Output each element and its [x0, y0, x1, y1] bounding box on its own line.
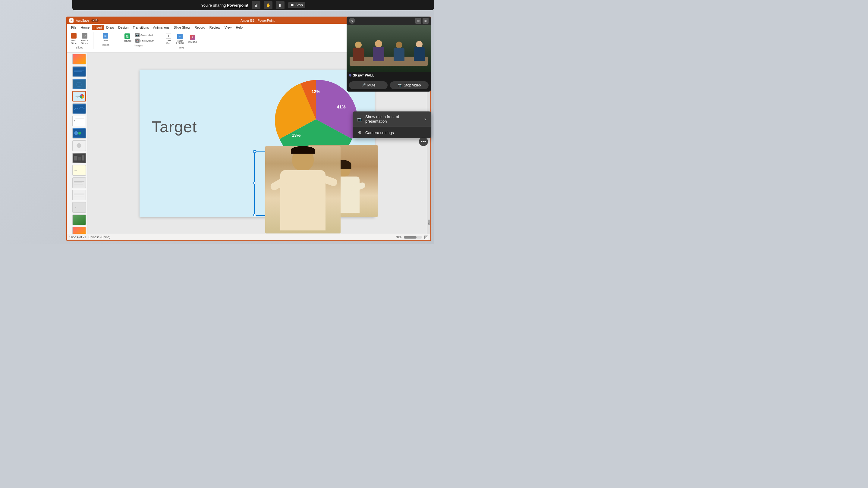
selection-handle-ml[interactable]	[253, 182, 256, 184]
menu-review[interactable]: Review	[208, 25, 222, 30]
slide-thumb-4[interactable]: Target	[72, 91, 86, 101]
photo-album-button[interactable]: 📚 Photo Album	[134, 38, 155, 43]
slide-thumb-12[interactable]	[72, 190, 86, 200]
slide-thumbnails-panel[interactable]: 1 2 3 4	[67, 53, 87, 234]
slide-thumb-8[interactable]	[72, 140, 86, 151]
person-4	[412, 41, 426, 63]
sharing-app-name: Powerpoint	[227, 3, 248, 7]
video-panel-header: ∨ ▭ ⊞	[347, 17, 431, 25]
person-1-body	[353, 47, 364, 61]
svg-text:13%: 13%	[292, 133, 301, 138]
slide-thumb-1[interactable]	[72, 54, 86, 64]
svg-rect-35	[73, 228, 86, 234]
person-3-body	[394, 47, 404, 61]
svg-point-14	[74, 131, 78, 135]
menu-insert[interactable]: Insert	[92, 25, 104, 30]
stop-share-button[interactable]: ⏹ Stop	[288, 2, 305, 8]
menu-draw[interactable]: Draw	[104, 25, 116, 30]
menu-file[interactable]: File	[69, 25, 79, 30]
slide-thumb-wrapper-11: 11	[68, 177, 86, 189]
video-name-label: GREAT WALL	[347, 72, 431, 79]
zoom-out-btn[interactable]: −	[428, 222, 430, 225]
screen-share-icon[interactable]: 🖥	[252, 1, 260, 9]
ppt-logo: P	[69, 19, 73, 23]
menu-animations[interactable]: Animations	[151, 25, 171, 30]
slides-group-label: Slides	[76, 46, 83, 49]
reuse-slides-label: ReuseSlides	[81, 39, 88, 44]
person-2-head	[375, 40, 382, 47]
show-in-front-menu-item[interactable]: 📷 Show me in front of presentation ∨	[352, 111, 431, 127]
slide-thumb-3[interactable]	[72, 78, 86, 89]
camera-settings-menu-item[interactable]: ⚙ Camera settings	[352, 127, 431, 138]
slide-thumb-11[interactable]	[72, 177, 86, 188]
selection-handle-bm[interactable]	[298, 214, 300, 216]
text-box-label: TextBox	[166, 39, 171, 44]
header-footer-icon: ≡	[177, 34, 183, 39]
slide-thumb-14[interactable]	[72, 215, 86, 225]
zoom-in-btn[interactable]: +	[428, 220, 430, 222]
presenter-camera-in-slide	[308, 145, 378, 217]
svg-text:Target: Target	[75, 96, 80, 98]
svg-point-15	[79, 132, 81, 134]
menu-design[interactable]: Design	[116, 25, 130, 30]
slide-thumb-wrapper-8: 8	[68, 140, 86, 152]
meeting-people	[348, 40, 430, 63]
menu-help[interactable]: Help	[234, 25, 245, 30]
video-layout-single[interactable]: ▭	[415, 18, 421, 24]
screenshot-button[interactable]: 📷 Screenshot	[134, 32, 155, 38]
fit-slide-btn[interactable]: ⊡	[424, 235, 428, 239]
video-layout-grid[interactable]: ⊞	[423, 18, 429, 24]
text-box-button[interactable]: T TextBox	[164, 32, 173, 45]
selection-handle-tl[interactable]	[253, 150, 256, 153]
microphone-dot	[349, 74, 351, 76]
slide-thumb-wrapper-3: 3	[68, 78, 86, 90]
slide-thumb-9[interactable]	[72, 153, 86, 163]
menu-transitions[interactable]: Transitions	[131, 25, 151, 30]
stop-video-button[interactable]: 📷 Stop video	[390, 82, 429, 89]
svg-rect-28	[73, 191, 86, 199]
reuse-slides-icon: ↩	[82, 33, 87, 38]
slide-count-label: Slide 4 of 21	[69, 235, 86, 239]
table-button[interactable]: ⊞ Table	[101, 32, 110, 43]
check-icon: ∨	[424, 117, 427, 121]
slide-thumb-2[interactable]	[72, 66, 86, 77]
tables-group-label: Tables	[101, 43, 110, 46]
pause-icon[interactable]: ⏸	[276, 1, 284, 9]
slide-thumb-7[interactable]	[72, 128, 86, 138]
person-4-head	[416, 41, 423, 47]
slide-thumb-wrapper-6: 6 2	[68, 116, 86, 127]
person-3-head	[396, 41, 402, 48]
sharing-text: You're sharing Powerpoint	[201, 3, 248, 7]
slide-thumb-15[interactable]	[72, 227, 86, 234]
slide-thumb-wrapper-9: 9	[68, 153, 86, 164]
header-footer-button[interactable]: ≡ Header& Footer	[174, 33, 185, 45]
svg-rect-32	[73, 203, 86, 212]
menu-record[interactable]: Record	[193, 25, 207, 30]
pictures-icon: 🖼	[124, 33, 130, 39]
zoom-slider[interactable]	[404, 236, 422, 238]
ribbon-group-slides: + NewSlide ↩ ReuseSlides Slides	[69, 32, 93, 49]
selection-handle-bl[interactable]	[253, 214, 256, 216]
slide-thumb-6[interactable]: 2	[72, 116, 86, 126]
mute-label: Mute	[367, 83, 375, 87]
pictures-button[interactable]: 🖼 Pictures	[121, 33, 133, 43]
more-options-button[interactable]: •••	[419, 137, 428, 146]
menu-view[interactable]: View	[223, 25, 234, 30]
stop-video-label: Stop video	[404, 83, 421, 87]
video-collapse-button[interactable]: ∨	[349, 18, 355, 24]
slide-thumb-13[interactable]: ≡	[72, 202, 86, 213]
menu-slideshow[interactable]: Slide Show	[172, 25, 192, 30]
wordart-button[interactable]: A WordArt	[187, 34, 198, 44]
reuse-slides-button[interactable]: ↩ ReuseSlides	[80, 32, 90, 45]
autosave-toggle[interactable]: Off	[91, 19, 98, 22]
screenshot-label: Screenshot	[141, 34, 153, 36]
hand-icon[interactable]: ✋	[264, 1, 273, 9]
new-slide-button[interactable]: + NewSlide	[69, 32, 79, 45]
camera-settings-label: Camera settings	[365, 130, 394, 135]
svg-rect-21	[82, 156, 84, 161]
menu-home[interactable]: Home	[79, 25, 91, 30]
slide-thumb-wrapper-5: 5	[68, 103, 86, 115]
mute-button[interactable]: 🎤 Mute	[349, 82, 388, 89]
slide-thumb-10[interactable]: ≡ ≡ ≡	[72, 165, 86, 175]
slide-thumb-5[interactable]	[72, 103, 86, 114]
